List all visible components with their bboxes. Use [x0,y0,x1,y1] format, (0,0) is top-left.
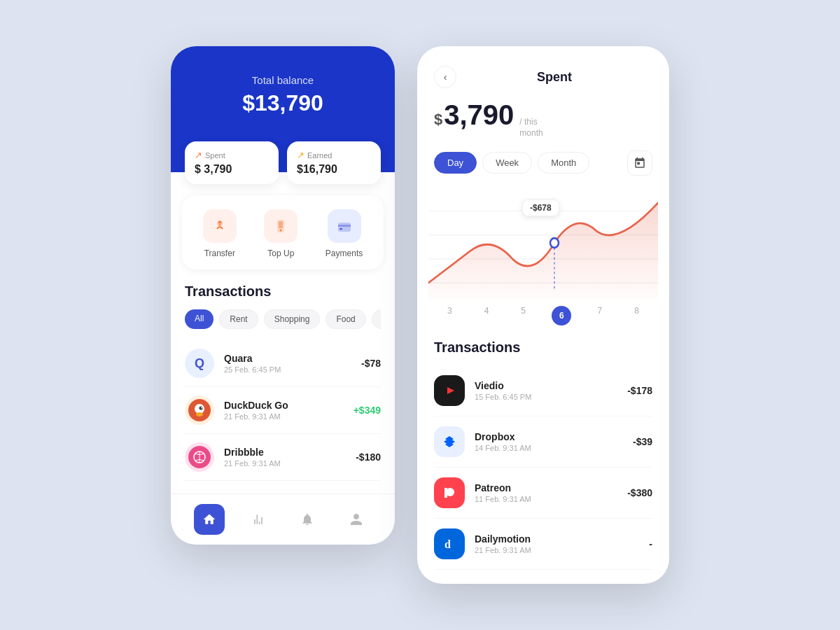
nav-home[interactable] [194,504,225,535]
duckduckgo-name: DuckDuck Go [224,400,344,411]
chart-x-axis: 3 4 5 6 7 8 [417,306,669,326]
x-label-4: 4 [478,306,495,326]
right-transactions-section: Transactions Viedio 15 Feb. 6:45 PM -$17… [417,340,669,570]
table-row: d Dailymotion 21 Feb. 9:31 AM - [434,519,652,570]
svg-point-19 [550,238,559,248]
viedio-name: Viedio [475,380,617,391]
app-container: Total balance $13,790 ↗ Spent $ 3,790 ↗ … [171,18,669,611]
transfer-icon [203,209,237,243]
dropbox-logo [434,426,465,457]
svg-rect-4 [338,223,351,232]
filter-row: All Rent Shopping Food He... [185,309,381,329]
nav-chart[interactable] [243,504,274,535]
payments-label: Payments [326,248,363,258]
filter-food[interactable]: Food [326,309,365,329]
dailymotion-date: 21 Feb. 9:31 AM [475,546,639,554]
patreon-date: 11 Feb. 9:31 AM [475,495,617,503]
total-balance-amount: $13,790 [188,90,378,116]
dropbox-info: Dropbox 14 Feb. 9:31 AM [475,431,623,452]
dribbble-amount: -$180 [356,451,381,463]
transactions-title: Transactions [185,284,381,300]
quara-info: Quara 25 Feb. 6:45 PM [224,353,351,374]
transfer-action[interactable]: Transfer [203,209,237,258]
spent-label: ↗ Spent [195,150,269,160]
viedio-date: 15 Feb. 6:45 PM [475,393,617,401]
patreon-logo [434,477,465,508]
nav-bell[interactable] [292,504,323,535]
table-row: Q Quara 25 Feb. 6:45 PM -$78 [185,340,381,387]
svg-text:d: d [444,538,451,550]
period-day[interactable]: Day [434,152,477,174]
quara-logo: Q [185,349,214,378]
dribbble-logo [185,442,214,472]
x-label-8: 8 [629,306,645,326]
stats-row: ↗ Spent $ 3,790 ↗ Earned $16,790 [171,141,395,184]
x-label-5: 5 [515,306,532,326]
duckduckgo-logo [185,396,214,425]
transactions-section: Transactions All Rent Shopping Food He..… [171,270,395,488]
filter-rent[interactable]: Rent [219,309,258,329]
payments-action[interactable]: Payments [326,209,363,258]
dailymotion-logo: d [434,528,465,559]
viedio-amount: -$178 [627,385,652,396]
spent-number: 3,790 [444,99,514,131]
spent-amount-row: $ 3,790 / thismonth [417,99,669,150]
dribbble-info: Dribbble 21 Feb. 9:31 AM [224,447,346,468]
topup-label: Top Up [267,248,294,258]
spent-period: / thismonth [519,117,542,139]
topup-action[interactable]: Top Up [264,209,298,258]
period-month[interactable]: Month [538,152,589,174]
right-transactions-title: Transactions [434,340,652,356]
dropbox-amount: -$39 [633,436,652,447]
filter-all[interactable]: All [185,309,214,329]
spending-chart: -$678 [417,187,669,299]
total-balance-label: Total balance [188,74,378,86]
table-row: Viedio 15 Feb. 6:45 PM -$178 [434,365,652,416]
left-phone: Total balance $13,790 ↗ Spent $ 3,790 ↗ … [171,46,395,545]
filter-health[interactable]: He... [372,309,381,329]
chart-tooltip: -$678 [522,200,559,216]
table-row: Dribbble 21 Feb. 9:31 AM -$180 [185,434,381,481]
spent-big-amount: $ 3,790 / thismonth [434,99,652,139]
svg-rect-30 [444,488,447,498]
table-row: DuckDuck Go 21 Feb. 9:31 AM +$349 [185,387,381,434]
svg-point-3 [280,230,282,232]
period-selector: Day Week Month [417,150,669,187]
payments-icon [328,209,361,243]
spent-arrow-icon: ↗ [195,150,202,160]
calendar-button[interactable] [627,150,652,176]
dailymotion-name: Dailymotion [475,533,639,545]
earned-label: ↗ Earned [297,150,371,160]
quara-date: 25 Feb. 6:45 PM [224,365,351,374]
patreon-name: Patreon [475,482,617,493]
dribbble-date: 21 Feb. 9:31 AM [224,459,346,468]
transfer-label: Transfer [204,248,235,258]
earned-amount: $16,790 [297,163,371,176]
nav-user[interactable] [341,504,372,535]
actions-card: Transfer Top Up [182,195,384,270]
viedio-info: Viedio 15 Feb. 6:45 PM [475,380,617,401]
svg-rect-6 [340,228,342,230]
svg-rect-2 [279,221,283,228]
table-row: Dropbox 14 Feb. 9:31 AM -$39 [434,416,652,468]
duckduckgo-date: 21 Feb. 9:31 AM [224,412,344,421]
spent-amount: $ 3,790 [195,163,269,176]
back-button[interactable]: ‹ [434,66,456,88]
spent-header: ‹ Spent [417,46,669,99]
svg-point-10 [201,407,202,409]
earned-card: ↗ Earned $16,790 [287,141,381,184]
dailymotion-info: Dailymotion 21 Feb. 9:31 AM [475,533,639,554]
patreon-info: Patreon 11 Feb. 9:31 AM [475,482,617,503]
patreon-amount: -$380 [627,487,652,498]
x-label-3: 3 [441,306,458,326]
dailymotion-amount: - [649,538,652,550]
earned-arrow-icon: ↗ [297,150,304,160]
dropbox-name: Dropbox [475,431,623,442]
quara-name: Quara [224,353,351,364]
svg-point-11 [196,412,203,416]
period-week[interactable]: Week [482,152,532,174]
bottom-nav [171,493,395,545]
topup-icon [264,209,298,243]
filter-shopping[interactable]: Shopping [264,309,321,329]
spent-card: ↗ Spent $ 3,790 [185,141,279,184]
